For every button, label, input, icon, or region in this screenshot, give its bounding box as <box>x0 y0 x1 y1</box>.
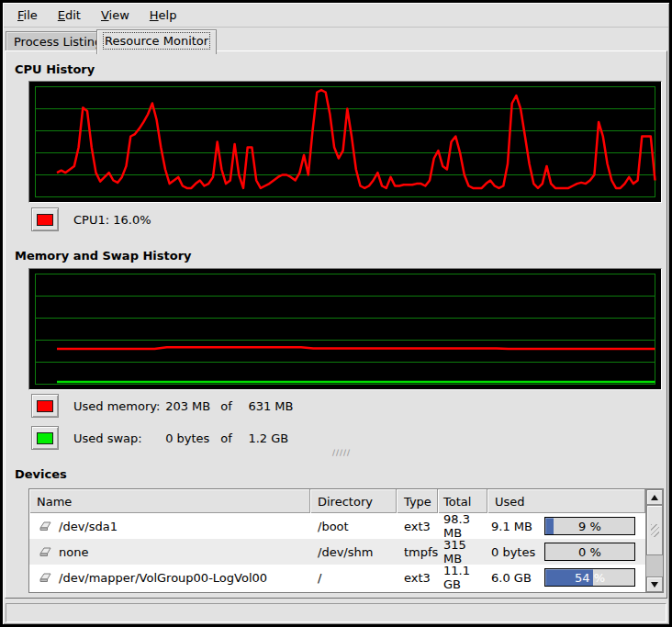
scroll-up-button[interactable] <box>646 489 663 505</box>
device-used: 9.1 MB <box>491 520 543 533</box>
memory-color-button[interactable] <box>31 394 59 418</box>
device-used: 6.0 GB <box>491 571 543 585</box>
menu-file[interactable]: File <box>9 6 46 25</box>
status-bar <box>6 603 666 622</box>
scrollbar-grip-icon <box>651 524 659 537</box>
device-total: 11.1 GB <box>438 565 487 590</box>
column-header-used[interactable]: Used <box>487 489 645 513</box>
scroll-down-button[interactable] <box>646 577 663 592</box>
column-header-type[interactable]: Type <box>397 489 438 513</box>
device-total: 315 MB <box>438 539 487 565</box>
swap-used-value: 0 bytes <box>165 431 217 445</box>
cpu-history-title: CPU History <box>15 62 95 76</box>
device-type: ext3 <box>397 565 438 590</box>
memory-used-value: 203 MB <box>165 399 217 413</box>
device-directory: /dev/shm <box>310 539 397 565</box>
memory-total-value: 631 MB <box>248 399 293 413</box>
cpu-color-swatch <box>37 214 53 226</box>
menu-view[interactable]: View <box>93 6 138 25</box>
arrow-down-icon <box>651 582 658 588</box>
swap-legend-label: Used swap: <box>73 431 162 445</box>
usage-percent-label: 9 % <box>545 518 634 534</box>
device-row-none[interactable]: none /dev/shm tmpfs 315 MB 0 bytes 0 % <box>29 539 645 565</box>
devices-table-header: Name Directory Type Total Used <box>29 489 645 513</box>
usage-percent-label: 54 % <box>545 569 634 586</box>
swap-of-text: of <box>220 431 244 445</box>
disk-icon <box>37 520 53 532</box>
memory-history-graph <box>28 268 662 390</box>
device-name: /dev/sda1 <box>59 520 118 533</box>
column-header-name[interactable]: Name <box>29 489 310 513</box>
memory-history-title: Memory and Swap History <box>15 249 192 263</box>
cpu-history-graph <box>28 81 662 203</box>
device-directory: / <box>310 565 397 590</box>
cpu-history-chart <box>29 82 661 202</box>
swap-color-button[interactable] <box>31 426 59 450</box>
cpu-color-button[interactable] <box>31 207 59 231</box>
devices-table: Name Directory Type Total Used /dev/sda1 <box>28 488 664 593</box>
device-row-sda1[interactable]: /dev/sda1 /boot ext3 98.3 MB 9.1 MB 9 % <box>29 513 645 539</box>
menu-help[interactable]: Help <box>141 6 185 25</box>
usage-progress-bar: 0 % <box>544 543 635 561</box>
device-total: 98.3 MB <box>438 513 487 539</box>
swap-total-value: 1.2 GB <box>248 431 288 445</box>
column-header-total[interactable]: Total <box>438 489 487 513</box>
memory-legend-row: Used memory: 203 MB of 631 MB <box>31 394 294 418</box>
tab-resource-monitor[interactable]: Resource Monitor <box>96 29 217 54</box>
column-header-directory[interactable]: Directory <box>310 489 397 513</box>
usage-percent-label: 0 % <box>545 543 634 560</box>
devices-title: Devices <box>15 467 67 481</box>
resource-monitor-page: CPU History CPU1: 16.0% Memory and Swap … <box>5 50 667 599</box>
device-directory: /boot <box>310 513 397 539</box>
disk-icon <box>37 545 53 558</box>
memory-of-text: of <box>220 399 244 413</box>
device-name: /dev/mapper/VolGroup00-LogVol00 <box>59 571 267 585</box>
menu-edit[interactable]: Edit <box>50 6 89 25</box>
scrollbar-thumb[interactable] <box>646 505 663 555</box>
disk-icon <box>37 571 53 584</box>
devices-scrollbar[interactable] <box>645 489 663 592</box>
usage-progress-bar: 9 % <box>544 517 635 535</box>
scrollbar-trough[interactable] <box>646 555 663 577</box>
tab-strip: Process Listing Resource Monitor <box>4 28 668 53</box>
device-row-volgroup[interactable]: /dev/mapper/VolGroup00-LogVol00 / ext3 1… <box>29 565 645 590</box>
device-used: 0 bytes <box>491 545 543 559</box>
arrow-up-icon <box>651 495 658 500</box>
usage-progress-bar: 54 % <box>544 568 635 587</box>
memory-color-swatch <box>37 400 53 412</box>
memory-legend-label: Used memory: <box>73 399 162 413</box>
tab-label: Resource Monitor <box>105 34 208 48</box>
device-type: ext3 <box>397 513 438 539</box>
device-name: none <box>59 545 88 559</box>
device-type: tmpfs <box>397 539 438 565</box>
system-monitor-window: File Edit View Help Process Listing Reso… <box>0 0 672 627</box>
swap-legend-row: Used swap: 0 bytes of 1.2 GB <box>31 426 288 450</box>
cpu-legend-label: CPU1: 16.0% <box>73 213 151 227</box>
pane-resize-grip[interactable]: ∕∕∕∕∕ <box>326 449 357 457</box>
tab-label: Process Listing <box>14 35 102 49</box>
menubar: File Edit View Help <box>4 4 668 28</box>
memory-history-chart <box>29 269 661 389</box>
swap-color-swatch <box>37 432 53 444</box>
cpu-legend: CPU1: 16.0% <box>31 207 151 231</box>
